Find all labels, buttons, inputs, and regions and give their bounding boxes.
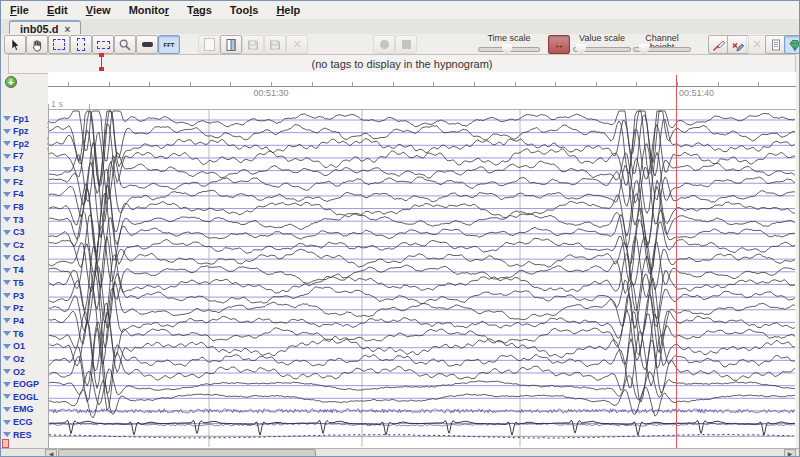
channel-label: F4 [13,189,24,199]
channel-row-res[interactable]: RES [3,429,32,440]
scroll-right-button[interactable]: ▶ [784,449,796,457]
select-column-button[interactable] [70,35,92,54]
zoom-tool-button[interactable] [114,35,136,54]
eeg-viewer-window: FileEditViewMonitorTagsToolsHelp inb05.d… [0,0,800,457]
time-ruler: 00:51:3000:51:40 [48,72,796,109]
channel-row-o1[interactable]: O1 [3,341,25,352]
channel-dropdown-icon[interactable] [3,432,11,437]
channel-row-fp2[interactable]: Fp2 [3,138,29,149]
scrollbar-thumb[interactable] [58,449,316,457]
channel-row-eogl[interactable]: EOGL [3,391,39,402]
channel-row-f8[interactable]: F8 [3,202,24,213]
channel-dropdown-icon[interactable] [3,129,11,134]
channel-dropdown-icon[interactable] [3,293,11,298]
ruler-tick [758,82,759,87]
ruler-tool-button[interactable] [136,35,158,54]
channel-dropdown-icon[interactable] [3,306,11,311]
menu-tags[interactable]: Tags [178,1,221,19]
channel-dropdown-icon[interactable] [3,205,11,210]
channel-dropdown-icon[interactable] [3,407,11,412]
channel-dropdown-icon[interactable] [3,369,11,374]
channel-row-t5[interactable]: T5 [3,277,24,288]
channel-dropdown-icon[interactable] [3,230,11,235]
channel-row-fpz[interactable]: Fpz [3,126,29,137]
channel-row-c3[interactable]: C3 [3,227,25,238]
menu-view[interactable]: View [77,1,120,19]
channel-label: Pz [13,303,24,313]
channel-row-p4[interactable]: P4 [3,315,24,326]
ruler-tick [352,82,353,87]
signal-plot-area[interactable] [48,109,796,448]
channel-row-eogp[interactable]: EOGP [3,379,39,390]
channel-dropdown-icon[interactable] [3,192,11,197]
hypnogram-strip[interactable]: (no tags to display in the hypnogram) [8,54,796,74]
channel-dropdown-icon[interactable] [3,280,11,285]
channel-dropdown-icon[interactable] [3,318,11,323]
tag-filter-button[interactable] [784,35,800,54]
channel-row-f3[interactable]: F3 [3,164,24,175]
channel-label: T5 [13,278,24,288]
hypnogram-position-marker[interactable] [99,53,104,71]
tag-erase-icon [731,38,745,52]
fft-icon: FFT [164,42,175,48]
channel-dropdown-icon[interactable] [3,331,11,336]
channel-dropdown-icon[interactable] [3,167,11,172]
menu-help[interactable]: Help [267,1,309,19]
channel-row-o2[interactable]: O2 [3,366,25,377]
channel-row-ecg[interactable]: ECG [3,417,33,428]
channel-dropdown-icon[interactable] [3,141,11,146]
channel-row-c4[interactable]: C4 [3,252,25,263]
menu-edit[interactable]: Edit [38,1,77,19]
channel-row-f4[interactable]: F4 [3,189,24,200]
channel-dropdown-icon[interactable] [3,179,11,184]
menu-monitor[interactable]: Monitor [120,1,178,19]
horizontal-scrollbar[interactable]: ◀ ▶ [1,448,799,457]
channel-dropdown-icon[interactable] [3,116,11,121]
channel-dropdown-icon[interactable] [3,394,11,399]
scroll-left-button[interactable]: ◀ [45,449,57,457]
channel-label: C3 [13,227,25,237]
channel-label: Cz [13,240,24,250]
channel-row-cz[interactable]: Cz [3,240,24,251]
channel-label: F3 [13,164,24,174]
pan-tool-button[interactable] [26,35,48,54]
channel-dropdown-icon[interactable] [3,382,11,387]
channel-dropdown-icon[interactable] [3,154,11,159]
menu-file[interactable]: File [1,1,38,19]
waveform-trace [49,132,795,203]
channel-dropdown-icon[interactable] [3,356,11,361]
value-scale-slider-track[interactable] [573,47,631,52]
channel-row-f7[interactable]: F7 [3,151,24,162]
channel-row-fp1[interactable]: Fp1 [3,113,29,124]
channel-dropdown-icon[interactable] [3,420,11,425]
select-row-button[interactable] [92,35,114,54]
select-region-button[interactable] [48,35,70,54]
channel-dropdown-icon[interactable] [3,255,11,260]
channel-row-t4[interactable]: T4 [3,265,24,276]
channel-dropdown-icon[interactable] [3,243,11,248]
channel-row-pz[interactable]: Pz [3,303,24,314]
tab-close-icon[interactable]: × [65,24,71,35]
ruler-tick [433,82,434,87]
channel-dropdown-icon[interactable] [3,268,11,273]
channel-dropdown-icon[interactable] [3,344,11,349]
channel-row-oz[interactable]: Oz [3,353,25,364]
channel-height-slider-track[interactable] [633,47,691,52]
channel-row-t6[interactable]: T6 [3,328,24,339]
channel-row-fz[interactable]: Fz [3,176,23,187]
channel-dropdown-icon[interactable] [3,217,11,222]
waveform-trace [49,237,795,310]
channel-row-p3[interactable]: P3 [3,290,24,301]
menu-tools[interactable]: Tools [221,1,268,19]
channel-row-emg[interactable]: EMG [3,404,34,415]
add-tag-button[interactable]: + [5,76,17,88]
channel-label: EOGP [13,379,39,389]
cursor-tool-button[interactable] [4,35,26,54]
time-scale-slider-track[interactable] [478,47,540,52]
channel-label: EOGL [13,392,39,402]
fit-page-button[interactable]: ↔ [548,35,570,54]
fft-tool-button[interactable]: FFT [158,35,180,54]
open-montage-button[interactable] [220,35,242,54]
channel-row-t3[interactable]: T3 [3,214,24,225]
ruler-tick [149,82,150,87]
